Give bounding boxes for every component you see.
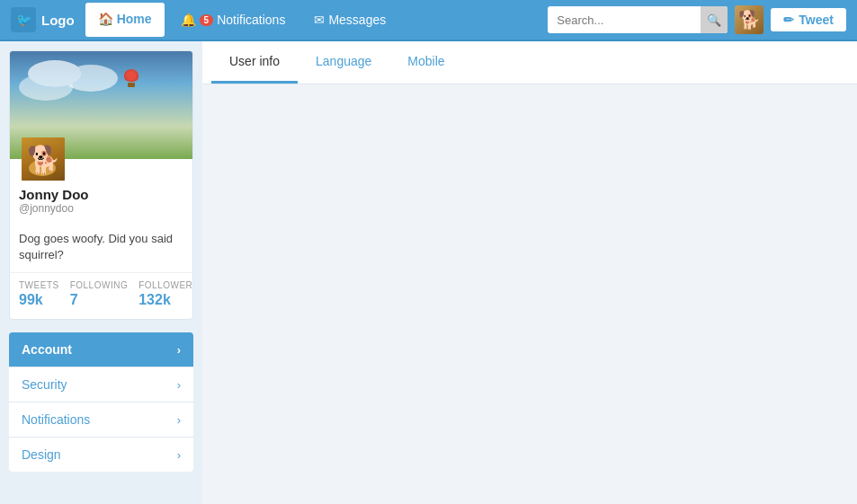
design-label: Design xyxy=(22,447,61,462)
balloon-top xyxy=(124,69,138,82)
settings-item-notifications[interactable]: Notifications › xyxy=(9,402,193,438)
top-navigation: 🐦 Logo 🏠 Home 🔔 5 Notifications ✉ Messag… xyxy=(0,0,857,41)
account-chevron-icon: › xyxy=(177,343,181,357)
nav-right-section: 🔍 🐕 ✏ Tweet xyxy=(548,5,846,34)
main-layout: Jonny Doo @jonnydoo Dog goes woofy. Did … xyxy=(0,41,857,504)
profile-name: Jonny Doo xyxy=(19,187,183,202)
logo-bird-icon: 🐦 xyxy=(16,13,31,27)
notifications-label: Notifications xyxy=(217,13,285,27)
tab-language[interactable]: Language xyxy=(298,41,389,84)
followers-label: FOLLOWERS xyxy=(138,280,193,290)
content-tabs: User info Language Mobile xyxy=(202,41,857,84)
avatar-image xyxy=(22,137,65,181)
tab-mobile-label: Mobile xyxy=(407,54,444,68)
tweets-stat: TWEETS 99k xyxy=(19,280,59,308)
tab-mobile[interactable]: Mobile xyxy=(389,41,462,84)
security-chevron-icon: › xyxy=(177,378,181,392)
tweet-label: Tweet xyxy=(799,13,834,27)
tweet-pen-icon: ✏ xyxy=(783,13,794,27)
nav-messages[interactable]: ✉ Messages xyxy=(301,3,398,37)
search-box: 🔍 xyxy=(548,6,728,33)
sidebar: Jonny Doo @jonnydoo Dog goes woofy. Did … xyxy=(0,41,202,504)
followers-stat: FOLLOWERS 132k xyxy=(138,280,193,308)
user-avatar: 🐕 xyxy=(735,5,763,34)
followers-value: 132k xyxy=(138,292,193,308)
following-value: 7 xyxy=(70,292,129,308)
notifications-badge: 5 xyxy=(200,14,214,26)
following-stat: FOLLOWING 7 xyxy=(70,280,129,308)
settings-item-account[interactable]: Account › xyxy=(9,332,193,367)
security-label: Security xyxy=(22,377,67,392)
profile-bio: Dog goes woofy. Did you said squirrel? xyxy=(10,224,192,269)
logo[interactable]: 🐦 Logo xyxy=(11,7,75,32)
messages-icon: ✉ xyxy=(314,13,325,27)
account-label: Account xyxy=(22,342,72,357)
tab-user-info[interactable]: User info xyxy=(211,41,298,84)
tab-language-label: Language xyxy=(316,54,371,68)
home-label: Home xyxy=(117,12,152,26)
content-body xyxy=(202,84,857,504)
settings-item-design[interactable]: Design › xyxy=(9,438,193,472)
notifications-menu-label: Notifications xyxy=(22,412,90,427)
nav-notifications[interactable]: 🔔 5 Notifications xyxy=(168,3,299,37)
profile-stats: TWEETS 99k FOLLOWING 7 FOLLOWERS 132k xyxy=(10,272,192,319)
search-icon: 🔍 xyxy=(707,13,721,27)
design-chevron-icon: › xyxy=(177,448,181,462)
settings-menu: Account › Security › Notifications › Des… xyxy=(9,332,193,472)
messages-label: Messages xyxy=(328,13,386,27)
profile-avatar xyxy=(19,135,67,183)
following-label: FOLLOWING xyxy=(70,280,129,290)
tweets-value: 99k xyxy=(19,292,59,308)
home-icon: 🏠 xyxy=(98,12,113,26)
nav-home[interactable]: 🏠 Home xyxy=(85,3,165,37)
notifications-chevron-icon: › xyxy=(177,413,181,427)
hot-air-balloon-decoration xyxy=(124,69,138,87)
profile-card: Jonny Doo @jonnydoo Dog goes woofy. Did … xyxy=(9,50,193,320)
user-avatar-button[interactable]: 🐕 xyxy=(735,5,763,34)
notifications-icon: 🔔 xyxy=(181,13,196,27)
search-button[interactable]: 🔍 xyxy=(701,6,728,33)
tweets-label: TWEETS xyxy=(19,280,59,290)
search-input[interactable] xyxy=(548,10,701,31)
tab-user-info-label: User info xyxy=(229,54,280,68)
content-area: User info Language Mobile xyxy=(202,41,857,504)
tweet-button[interactable]: ✏ Tweet xyxy=(771,8,846,31)
logo-text: Logo xyxy=(41,13,75,28)
profile-handle: @jonnydoo xyxy=(19,202,183,215)
settings-item-security[interactable]: Security › xyxy=(9,367,193,402)
logo-icon: 🐦 xyxy=(11,7,36,32)
balloon-basket xyxy=(128,83,135,87)
